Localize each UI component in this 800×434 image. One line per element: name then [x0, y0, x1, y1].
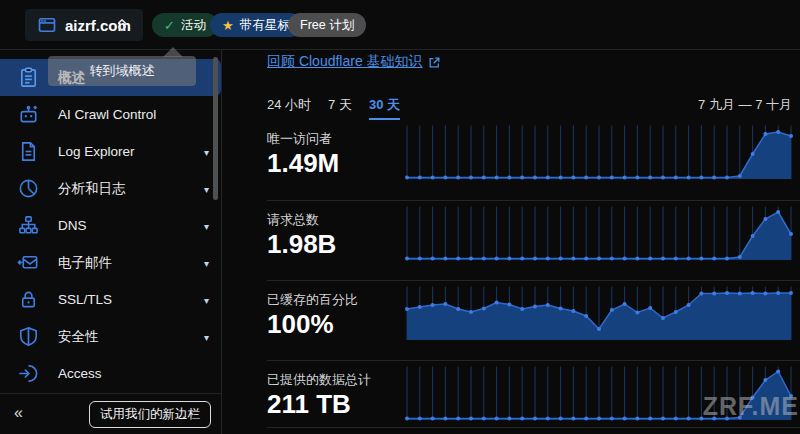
- sidebar-item-label: Access: [58, 366, 102, 381]
- chevron-down-icon[interactable]: ▾: [204, 146, 209, 157]
- divider: [267, 427, 800, 428]
- sparkline-unique-visitors[interactable]: [405, 124, 795, 186]
- domain-overview-tooltip: 转到域概述: [48, 56, 196, 86]
- sidebar-item-dns[interactable]: DNS ▾: [0, 207, 221, 244]
- sidebar-scrollbar[interactable]: [213, 57, 218, 200]
- chevron-down-icon[interactable]: ▾: [204, 183, 209, 194]
- tab-30-days[interactable]: 30 天: [369, 96, 400, 120]
- main-content: 回顾 Cloudflare 基础知识 24 小时 7 天 30 天 7 九月 —…: [222, 50, 800, 434]
- sidebar-footer: « 试用我们的新边栏: [0, 393, 221, 434]
- metric-label: 请求总数: [267, 211, 319, 229]
- lock-icon: [17, 288, 40, 311]
- plan-badge[interactable]: Free 计划: [288, 13, 366, 37]
- dns-icon: [17, 214, 40, 237]
- up-down-chevron-icon[interactable]: [113, 16, 131, 34]
- chevron-down-icon[interactable]: ▾: [204, 331, 209, 342]
- sidebar-item-ai-crawl-control[interactable]: AI Crawl Control: [0, 96, 221, 133]
- metric-value: 1.49M: [267, 148, 339, 179]
- review-fundamentals-link[interactable]: 回顾 Cloudflare 基础知识: [267, 53, 441, 71]
- sidebar-nav: 概述 AI Crawl Control: [0, 59, 221, 392]
- shield-icon: [17, 325, 40, 348]
- sidebar-item-label: 分析和日志: [58, 180, 126, 198]
- metric-value: 1.98B: [267, 229, 336, 260]
- tab-7-days[interactable]: 7 天: [328, 96, 352, 118]
- metric-row-unique-visitors: 唯一访问者 1.49M: [267, 120, 800, 200]
- sidebar-item-label: SSL/TLS: [58, 292, 112, 307]
- date-range-label: 7 九月 — 7 十月: [698, 96, 792, 114]
- check-icon: ✓: [164, 18, 175, 33]
- status-badge-label: 活动: [181, 17, 206, 34]
- sidebar-item-security[interactable]: 安全性 ▾: [0, 318, 221, 355]
- collapse-sidebar-icon[interactable]: «: [14, 404, 22, 422]
- chevron-down-icon[interactable]: ▾: [204, 294, 209, 305]
- sparkline-total-requests[interactable]: [405, 205, 795, 267]
- metric-row-percent-cached: 已缓存的百分比 100%: [267, 280, 800, 360]
- metric-label: 唯一访问者: [267, 130, 332, 148]
- metric-row-total-requests: 请求总数 1.98B: [267, 200, 800, 280]
- sidebar-item-log-explorer[interactable]: Log Explorer ▾: [0, 133, 221, 170]
- sidebar-item-label: DNS: [58, 218, 87, 233]
- sidebar: 概述 AI Crawl Control: [0, 50, 222, 434]
- robot-icon: [17, 103, 40, 126]
- try-new-sidebar-button[interactable]: 试用我们的新边栏: [89, 401, 211, 428]
- sidebar-item-label: 安全性: [58, 328, 99, 346]
- analytics-icon: [17, 177, 40, 200]
- overview-icon: [17, 66, 40, 89]
- sparkline-percent-cached[interactable]: [405, 285, 795, 347]
- access-icon: [17, 362, 40, 385]
- sidebar-item-access[interactable]: Access: [0, 355, 221, 392]
- email-icon: [17, 251, 40, 274]
- metric-label: 已提供的数据总计: [267, 371, 371, 389]
- plan-badge-label: Free 计划: [300, 17, 354, 34]
- sidebar-item-email[interactable]: 电子邮件 ▾: [0, 244, 221, 281]
- review-fundamentals-label: 回顾 Cloudflare 基础知识: [267, 53, 423, 71]
- metric-value: 100%: [267, 309, 334, 340]
- metric-value: 211 TB: [267, 389, 351, 420]
- browser-window-icon: [37, 15, 57, 35]
- sidebar-item-ssl-tls[interactable]: SSL/TLS ▾: [0, 281, 221, 318]
- sidebar-item-label: 电子邮件: [58, 254, 112, 272]
- sidebar-item-label: AI Crawl Control: [58, 107, 156, 122]
- status-badge[interactable]: ✓ 活动: [152, 13, 218, 37]
- star-icon: ★: [222, 18, 234, 33]
- watermark: ZRF.ME: [703, 392, 799, 421]
- tab-24-hours[interactable]: 24 小时: [267, 96, 311, 118]
- starred-badge-label: 带有星标: [240, 17, 290, 34]
- metric-label: 已缓存的百分比: [267, 291, 358, 309]
- sidebar-item-label: Log Explorer: [58, 144, 135, 159]
- top-bar: aizrf.com ✓ 活动 ★ 带有星标 Free 计划: [0, 0, 800, 50]
- cloudflare-dashboard: aizrf.com ✓ 活动 ★ 带有星标 Free 计划: [0, 0, 800, 434]
- sidebar-item-analytics-logs[interactable]: 分析和日志 ▾: [0, 170, 221, 207]
- log-icon: [17, 140, 40, 163]
- chevron-down-icon[interactable]: ▾: [204, 220, 209, 231]
- chevron-down-icon[interactable]: ▾: [204, 257, 209, 268]
- external-link-icon: [428, 56, 441, 69]
